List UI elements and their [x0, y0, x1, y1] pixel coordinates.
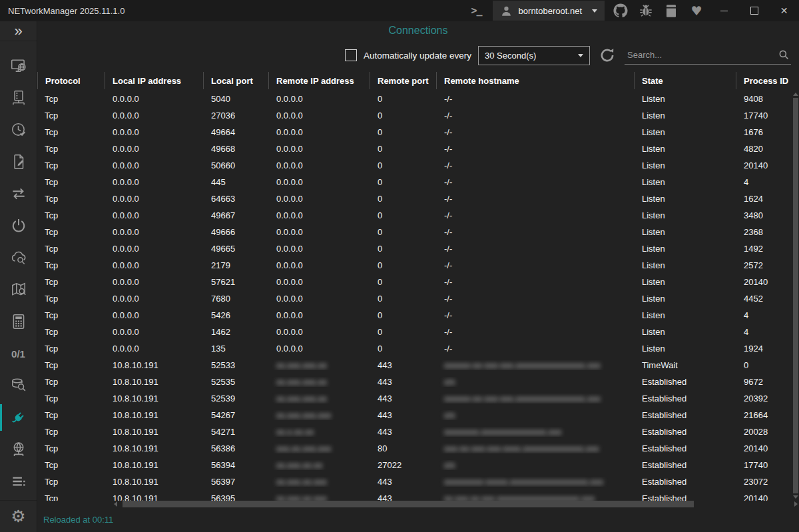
sidebar-item-sntp-lookup[interactable] — [0, 114, 37, 146]
table-cell: 10.8.10.191 — [105, 427, 204, 437]
auto-update-checkbox[interactable] — [345, 49, 357, 61]
table-row[interactable]: Tcp0.0.0.054260.0.0.00-/-Listen4 — [37, 307, 799, 324]
sidebar-item-network-interface[interactable] — [0, 82, 37, 114]
sidebar-item-listeners[interactable] — [0, 433, 37, 465]
table-cell: 443 — [370, 394, 437, 403]
minimize-button[interactable] — [709, 0, 739, 21]
column-header-local-ip-address[interactable]: Local IP address — [105, 72, 204, 89]
table-row[interactable]: Tcp0.0.0.0576210.0.0.00-/-Listen20140 — [37, 274, 799, 290]
maximize-button[interactable] — [739, 0, 769, 21]
sidebar-item-discovery-protocol[interactable] — [0, 274, 37, 306]
column-header-remote-ip-address[interactable]: Remote IP address — [269, 72, 370, 89]
sidebar-item-ip-scanner[interactable] — [0, 146, 37, 178]
table-cell: 54267 — [204, 410, 269, 420]
table-row[interactable]: Tcp0.0.0.0270360.0.0.00-/-Listen17740 — [37, 107, 799, 124]
table-row[interactable]: Tcp10.8.10.19156395xx.xxx.xx.xxx443xx.xx… — [37, 490, 799, 501]
report-bug-button[interactable] — [633, 0, 659, 21]
table-row[interactable]: Tcp0.0.0.0496670.0.0.00-/-Listen3480 — [37, 207, 799, 224]
table-cell: 49664 — [204, 127, 269, 137]
scroll-right-icon[interactable] — [794, 501, 798, 507]
table-row[interactable]: Tcp0.0.0.0496660.0.0.00-/-Listen2368 — [37, 224, 799, 240]
close-button[interactable]: ✕ — [769, 0, 799, 21]
column-header-remote-hostname[interactable]: Remote hostname — [437, 72, 635, 89]
table-cell: 0 — [370, 344, 437, 354]
scroll-left-icon[interactable] — [114, 501, 117, 507]
table-row[interactable]: Tcp0.0.0.0646630.0.0.00-/-Listen1624 — [37, 190, 799, 207]
sidebar-items: 0/1 — [0, 41, 37, 500]
table-cell: 4452 — [736, 294, 799, 304]
table-row[interactable]: Tcp10.8.10.19152533xx.xxx.xxx.xx443xxxxx… — [37, 357, 799, 374]
table-cell: xx.xxx.xxx.xx — [269, 377, 370, 387]
horizontal-scrollbar[interactable] — [112, 501, 799, 507]
horizontal-scrollbar-thumb[interactable] — [123, 501, 694, 507]
table-cell: 0.0.0.0 — [105, 144, 204, 154]
table-row[interactable]: Tcp0.0.0.021790.0.0.00-/-Listen2572 — [37, 257, 799, 274]
sidebar-item-arp-table[interactable] — [0, 465, 37, 497]
table-cell: 10.8.10.191 — [105, 493, 204, 501]
account-button[interactable]: borntoberoot.net — [493, 1, 605, 21]
list-icon — [10, 473, 27, 490]
redacted-text: xxxxxxxxx-xxxxx.xxxxxxxxxxxxxxxxxx.xxx — [444, 477, 603, 487]
sidebar-item-subnet-calculator[interactable] — [0, 306, 37, 338]
table-row[interactable]: Tcp0.0.0.076800.0.0.00-/-Listen4452 — [37, 290, 799, 307]
table-cell: Tcp — [37, 260, 105, 270]
table-row[interactable]: Tcp0.0.0.014620.0.0.00-/-Listen4 — [37, 324, 799, 340]
table-row[interactable]: Tcp10.8.10.19156394xx.xxx.xx.xx27022x/xE… — [37, 457, 799, 473]
scroll-down-icon[interactable] — [793, 495, 798, 499]
table-row[interactable]: Tcp0.0.0.01350.0.0.00-/-Listen1924 — [37, 340, 799, 357]
scroll-up-icon[interactable] — [793, 93, 798, 96]
expand-sidebar-button[interactable]: » — [0, 21, 37, 41]
table-row[interactable]: Tcp0.0.0.0496640.0.0.00-/-Listen1676 — [37, 124, 799, 140]
sidebar-item-connections[interactable] — [0, 401, 37, 433]
sidebar-item-lookup[interactable] — [0, 370, 37, 401]
table-row[interactable]: Tcp10.8.10.19152539xx.xxx.xxx.xx443xxxxx… — [37, 390, 799, 407]
document-edit-icon — [10, 153, 27, 170]
table-cell: Tcp — [37, 194, 105, 204]
column-header-process-id[interactable]: Process ID — [736, 72, 799, 89]
table-cell: Established — [635, 493, 736, 501]
table-row[interactable]: Tcp10.8.10.19154271xx.x.xx.xx443xxxxxxxx… — [37, 423, 799, 440]
table-row[interactable]: Tcp0.0.0.0506600.0.0.00-/-Listen20140 — [37, 157, 799, 174]
redacted-text: xxxxxxxx.xxxxxxxxxxxxxxx.xxx — [444, 427, 561, 437]
column-header-local-port[interactable]: Local port — [204, 72, 269, 89]
table-row[interactable]: Tcp0.0.0.0496680.0.0.00-/-Listen4820 — [37, 140, 799, 157]
powershell-button[interactable]: >_ — [464, 0, 489, 21]
column-header-state[interactable]: State — [635, 72, 736, 89]
table-cell: 52535 — [204, 377, 269, 387]
vertical-scrollbar-thumb[interactable] — [793, 98, 798, 493]
table-cell: Listen — [635, 327, 736, 337]
table-cell: 0.0.0.0 — [269, 244, 370, 254]
sidebar-item-wake-on-lan[interactable] — [0, 210, 37, 242]
vertical-scrollbar[interactable] — [792, 92, 799, 499]
table-cell: Tcp — [37, 493, 105, 501]
redacted-text: xx.xxx.xx.xxx — [276, 477, 327, 487]
settings-button[interactable]: ⚙ — [0, 500, 37, 532]
table-row[interactable]: Tcp0.0.0.050400.0.0.00-/-Listen9408 — [37, 91, 799, 107]
github-button[interactable] — [608, 0, 633, 21]
table-row[interactable]: Tcp0.0.0.04450.0.0.00-/-Listen4 — [37, 174, 799, 190]
documentation-button[interactable] — [659, 0, 684, 21]
table-row[interactable]: Tcp0.0.0.0496650.0.0.00-/-Listen1492 — [37, 240, 799, 257]
table-row[interactable]: Tcp10.8.10.19156386xxx.xx.xxx.xxx80xxx-x… — [37, 440, 799, 457]
table-cell: 0 — [370, 277, 437, 287]
bug-icon — [639, 3, 653, 18]
clock-check-icon — [10, 121, 27, 138]
refresh-button[interactable] — [597, 45, 618, 66]
search-input[interactable] — [625, 50, 791, 60]
donate-button[interactable]: ♥ — [684, 0, 709, 21]
table-row[interactable]: Tcp10.8.10.19156397xx.xxx.xx.xxx443xxxxx… — [37, 473, 799, 490]
interval-select[interactable]: 30 Second(s) — [478, 46, 590, 65]
table-cell: 0 — [370, 210, 437, 220]
table-row[interactable]: Tcp10.8.10.19152535xx.xxx.xxx.xx443x/xEs… — [37, 374, 799, 390]
sidebar-item-traceroute[interactable] — [0, 178, 37, 210]
map-search-icon — [10, 281, 27, 298]
sidebar-item-bit-calculator[interactable]: 0/1 — [0, 338, 37, 370]
sidebar-item-whois[interactable] — [0, 242, 37, 274]
sidebar-item-dashboard[interactable] — [0, 50, 37, 82]
table-cell: -/- — [437, 244, 635, 254]
column-header-protocol[interactable]: Protocol — [37, 72, 105, 89]
table-row[interactable]: Tcp10.8.10.19154267xx.xxx.xxx.xxx443x/xE… — [37, 407, 799, 423]
column-header-remote-port[interactable]: Remote port — [370, 72, 437, 89]
redacted-text: x/x — [444, 377, 455, 387]
table-cell: Tcp — [37, 410, 105, 420]
